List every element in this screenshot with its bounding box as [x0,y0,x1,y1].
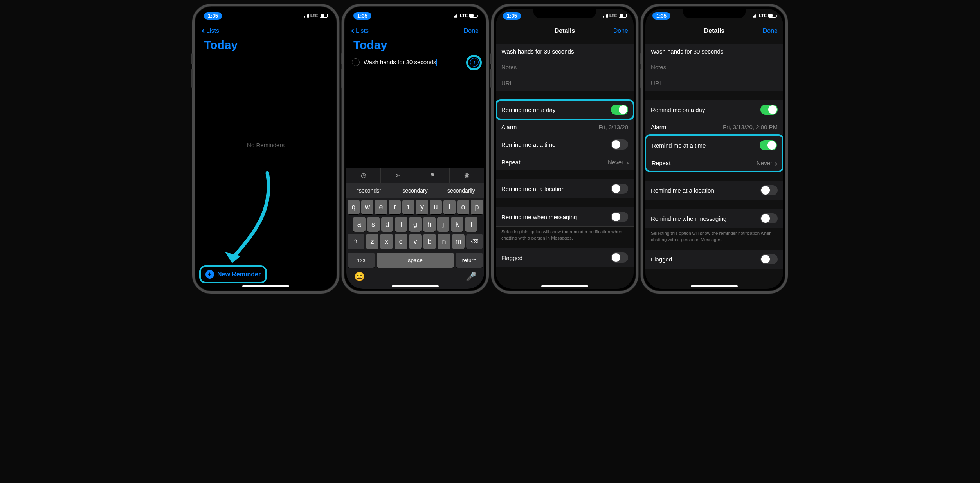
back-button[interactable]: Lists [352,27,369,34]
chevron-left-icon [202,29,206,33]
key-q[interactable]: q [348,200,360,214]
key-k[interactable]: k [451,217,463,232]
phone-1: 1:35 LTE Lists Today No Reminders [192,4,339,294]
remind-time-row[interactable]: Remind me at a time [646,136,782,155]
key-d[interactable]: d [381,217,394,232]
notch [533,9,596,18]
key-r[interactable]: r [389,200,401,214]
key-123[interactable]: 123 [348,253,375,268]
kbd-camera-icon[interactable]: ◉ [450,168,484,183]
home-indicator[interactable] [691,285,738,287]
suggestion[interactable]: secondarily [438,183,484,198]
flagged-toggle[interactable] [611,252,628,263]
notch [384,9,447,18]
key-w[interactable]: w [361,200,373,214]
remind-day-toggle[interactable] [760,105,778,115]
battery-icon [619,14,627,18]
new-reminder-button[interactable]: + New Reminder [205,270,261,279]
alarm-row[interactable]: Alarm Fri, 3/13/20 [496,119,634,135]
key-h[interactable]: h [423,217,436,232]
home-indicator[interactable] [242,285,289,287]
suggestion[interactable]: secondary [392,183,438,198]
kbd-location-icon[interactable]: ➣ [381,168,415,183]
battery-icon [320,14,328,18]
key-j[interactable]: j [437,217,450,232]
key-e[interactable]: e [375,200,387,214]
key-m[interactable]: m [452,234,465,249]
emoji-button[interactable]: 😀 [354,272,365,282]
reminder-checkbox[interactable] [352,58,360,66]
messaging-footnote: Selecting this option will show the remi… [645,228,783,243]
remind-location-toggle[interactable] [760,185,778,195]
key-shift[interactable]: ⇧ [348,234,364,249]
done-button[interactable]: Done [464,27,479,34]
remind-messaging-toggle[interactable] [611,212,628,222]
section-timing: Remind me on a day Alarm Fri, 3/13/20 Re… [496,100,634,170]
remind-messaging-row[interactable]: Remind me when messaging [645,209,783,228]
url-field[interactable]: URL [496,75,634,91]
signal-icon [304,14,309,18]
key-v[interactable]: v [409,234,422,249]
remind-messaging-row[interactable]: Remind me when messaging [496,207,634,227]
key-c[interactable]: c [395,234,407,249]
repeat-row[interactable]: Repeat Never [496,154,634,170]
flagged-row[interactable]: Flagged [496,248,634,267]
remind-day-row[interactable]: Remind me on a day [645,100,783,119]
key-f[interactable]: f [395,217,407,232]
title-field[interactable]: Wash hands for 30 seconds [645,44,783,59]
repeat-row[interactable]: Repeat Never [646,155,782,171]
back-button[interactable]: Lists [202,27,219,34]
remind-day-toggle[interactable] [611,105,628,115]
remind-time-row[interactable]: Remind me at a time [496,135,634,154]
reminder-text-input[interactable]: Wash hands for 30 seconds [364,59,466,66]
remind-location-toggle[interactable] [611,184,628,194]
notes-field[interactable]: Notes [645,59,783,75]
home-indicator[interactable] [392,285,439,287]
key-delete[interactable]: ⌫ [466,234,483,249]
alarm-row[interactable]: Alarm Fri, 3/13/20, 2:00 PM [645,119,783,135]
carrier-label: LTE [460,13,468,18]
dictation-button[interactable]: 🎤 [466,272,476,282]
done-button[interactable]: Done [763,27,778,34]
url-field[interactable]: URL [645,75,783,91]
key-g[interactable]: g [409,217,422,232]
suggestion[interactable]: "seconds" [346,183,392,198]
kbd-flag-icon[interactable]: ⚑ [415,168,450,183]
key-u[interactable]: u [430,200,442,214]
remind-time-toggle[interactable] [760,140,777,150]
chevron-right-icon [774,162,777,165]
kbd-clock-icon[interactable]: ◷ [346,168,381,183]
key-p[interactable]: p [471,200,483,214]
reminder-row[interactable]: Wash hands for 30 seconds i [346,56,484,69]
title-field[interactable]: Wash hands for 30 seconds [496,44,634,59]
key-t[interactable]: t [402,200,414,214]
key-z[interactable]: z [366,234,379,249]
notes-field[interactable]: Notes [496,59,634,75]
key-y[interactable]: y [416,200,428,214]
remind-location-row[interactable]: Remind me at a location [496,179,634,198]
status-right: LTE [603,13,627,18]
flagged-row[interactable]: Flagged [645,250,783,269]
key-s[interactable]: s [367,217,380,232]
key-space[interactable]: space [377,253,454,268]
phone-2: 1:35 LTE Lists Done Today Wash hands for… [342,4,489,294]
key-o[interactable]: o [457,200,469,214]
key-x[interactable]: x [380,234,393,249]
signal-icon [753,14,757,18]
flagged-toggle[interactable] [760,254,778,264]
done-button[interactable]: Done [613,27,628,34]
key-b[interactable]: b [423,234,436,249]
key-i[interactable]: i [443,200,456,214]
remind-location-row[interactable]: Remind me at a location [645,181,783,200]
section-timing: Remind me on a day Alarm Fri, 3/13/20, 2… [645,100,783,172]
section-text: Wash hands for 30 seconds Notes URL [645,44,783,91]
remind-messaging-toggle[interactable] [760,213,778,223]
tutorial-highlight: Remind me at a time Repeat Never [645,134,783,172]
key-return[interactable]: return [456,253,483,268]
key-l[interactable]: l [465,217,477,232]
key-a[interactable]: a [353,217,366,232]
remind-day-row[interactable]: Remind me on a day [496,100,634,119]
key-n[interactable]: n [438,234,450,249]
remind-time-toggle[interactable] [611,139,628,150]
home-indicator[interactable] [541,285,588,287]
